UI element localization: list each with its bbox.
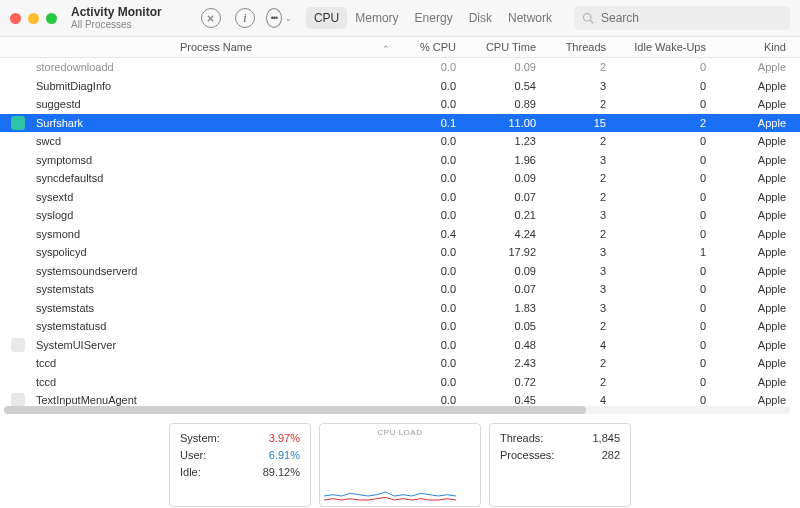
toolbar-buttons: i ••• ⌄ (194, 5, 292, 31)
process-table[interactable]: storedownloadd0.00.0920AppleSubmitDiagIn… (0, 58, 800, 414)
cpu-load-sparkline (324, 464, 456, 504)
threads-value: 1,845 (592, 430, 620, 447)
cpu-value: 0.0 (396, 135, 456, 147)
search-input[interactable] (599, 10, 782, 26)
cpu-time-value: 0.07 (456, 191, 536, 203)
cpu-value: 0.0 (396, 209, 456, 221)
tab-cpu[interactable]: CPU (306, 7, 347, 29)
cpu-time-value: 1.83 (456, 302, 536, 314)
zoom-button[interactable] (46, 13, 57, 24)
info-button[interactable]: i (232, 5, 258, 31)
user-value: 6.91% (269, 447, 300, 464)
table-row[interactable]: swcd0.01.2320Apple (0, 132, 800, 151)
column-headers: Process Name⌃ % CPU CPU Time Threads Idl… (0, 37, 800, 58)
stop-process-button[interactable] (198, 5, 224, 31)
kind-value: Apple (706, 357, 800, 369)
table-row[interactable]: systemstats0.01.8330Apple (0, 299, 800, 318)
cpu-value: 0.0 (396, 376, 456, 388)
wake-value: 2 (606, 117, 706, 129)
threads-value: 2 (536, 191, 606, 203)
wake-value: 0 (606, 154, 706, 166)
cpu-time-value: 1.96 (456, 154, 536, 166)
kind-value: Apple (706, 135, 800, 147)
col-cpu[interactable]: % CPU (396, 41, 456, 53)
kind-value: Apple (706, 191, 800, 203)
col-cpu-time[interactable]: CPU Time (456, 41, 536, 53)
wake-value: 0 (606, 302, 706, 314)
search-field[interactable] (574, 6, 790, 30)
cpu-time-value: 0.07 (456, 283, 536, 295)
kind-value: Apple (706, 228, 800, 240)
table-row[interactable]: tccd0.00.7220Apple (0, 373, 800, 392)
table-row[interactable]: symptomsd0.01.9630Apple (0, 151, 800, 170)
cpu-time-value: 0.09 (456, 61, 536, 73)
wake-value: 0 (606, 320, 706, 332)
tab-disk[interactable]: Disk (461, 7, 500, 29)
table-row[interactable]: tccd0.02.4320Apple (0, 354, 800, 373)
tab-network[interactable]: Network (500, 7, 560, 29)
table-row[interactable]: systemstats0.00.0730Apple (0, 280, 800, 299)
wake-value: 0 (606, 376, 706, 388)
process-name: systemsoundserverd (36, 265, 396, 277)
cpu-value: 0.0 (396, 320, 456, 332)
col-kind[interactable]: Kind (706, 41, 800, 53)
cpu-value: 0.0 (396, 80, 456, 92)
table-row[interactable]: SystemUIServer0.00.4840Apple (0, 336, 800, 355)
minimize-button[interactable] (28, 13, 39, 24)
table-row[interactable]: suggestd0.00.8920Apple (0, 95, 800, 114)
kind-value: Apple (706, 61, 800, 73)
table-row[interactable]: SubmitDiagInfo0.00.5430Apple (0, 77, 800, 96)
wake-value: 0 (606, 80, 706, 92)
col-threads[interactable]: Threads (536, 41, 606, 53)
table-row[interactable]: storedownloadd0.00.0920Apple (0, 58, 800, 77)
process-name: tccd (36, 376, 396, 388)
kind-value: Apple (706, 265, 800, 277)
process-name: systemstats (36, 283, 396, 295)
tab-energy[interactable]: Energy (407, 7, 461, 29)
kind-value: Apple (706, 376, 800, 388)
close-button[interactable] (10, 13, 21, 24)
wake-value: 0 (606, 357, 706, 369)
threads-value: 2 (536, 228, 606, 240)
col-idle-wakeups[interactable]: Idle Wake-Ups (606, 41, 706, 53)
process-name: Surfshark (36, 117, 396, 129)
threads-value: 3 (536, 246, 606, 258)
threads-value: 3 (536, 80, 606, 92)
process-name: syslogd (36, 209, 396, 221)
processes-value: 282 (602, 447, 620, 464)
process-icon (11, 338, 25, 352)
cpu-time-value: 11.00 (456, 117, 536, 129)
scrollbar-thumb[interactable] (4, 406, 586, 414)
col-process-name[interactable]: Process Name⌃ (36, 41, 396, 53)
table-row[interactable]: Surfshark0.111.00152Apple (0, 114, 800, 133)
table-row[interactable]: syncdefaultsd0.00.0920Apple (0, 169, 800, 188)
horizontal-scrollbar[interactable] (4, 406, 790, 414)
cpu-value: 0.0 (396, 265, 456, 277)
kind-value: Apple (706, 98, 800, 110)
cpu-value: 0.0 (396, 283, 456, 295)
table-row[interactable]: systemsoundserverd0.00.0930Apple (0, 262, 800, 281)
process-icon (11, 116, 25, 130)
more-button[interactable]: ••• ⌄ (266, 5, 292, 31)
table-row[interactable]: systemstatusd0.00.0520Apple (0, 317, 800, 336)
info-icon: i (235, 8, 255, 28)
table-row[interactable]: sysextd0.00.0720Apple (0, 188, 800, 207)
table-row[interactable]: syspolicyd0.017.9231Apple (0, 243, 800, 262)
cpu-value: 0.0 (396, 154, 456, 166)
cpu-value: 0.0 (396, 191, 456, 203)
process-name: storedownloadd (36, 61, 396, 73)
cpu-time-value: 0.21 (456, 209, 536, 221)
wake-value: 0 (606, 172, 706, 184)
threads-value: 3 (536, 209, 606, 221)
window-title: Activity Monitor (71, 6, 162, 19)
table-row[interactable]: syslogd0.00.2130Apple (0, 206, 800, 225)
threads-value: 2 (536, 98, 606, 110)
cpu-time-value: 0.09 (456, 172, 536, 184)
threads-value: 4 (536, 394, 606, 406)
cpu-value: 0.0 (396, 339, 456, 351)
threads-value: 3 (536, 283, 606, 295)
svg-line-4 (590, 20, 593, 23)
tab-memory[interactable]: Memory (347, 7, 406, 29)
window-controls (10, 13, 57, 24)
table-row[interactable]: sysmond0.44.2420Apple (0, 225, 800, 244)
